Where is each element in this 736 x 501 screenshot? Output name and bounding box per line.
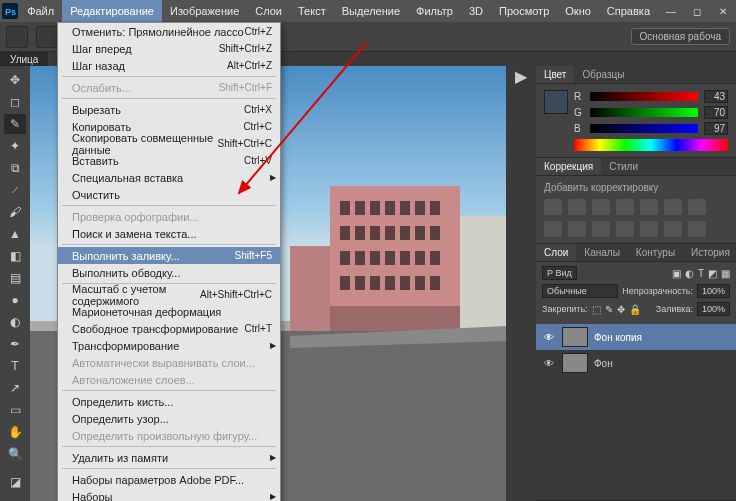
eraser-tool[interactable]: ◧ <box>4 246 26 266</box>
filter-icon[interactable]: ◐ <box>685 268 694 279</box>
eyedropper-tool[interactable]: ⟋ <box>4 180 26 200</box>
menu-просмотр[interactable]: Просмотр <box>491 0 557 22</box>
fg-color-swatch[interactable] <box>544 90 568 114</box>
menu-item[interactable]: Трансформирование▶ <box>58 337 280 354</box>
lock-icon[interactable]: ⬚ <box>592 304 601 315</box>
fill-value[interactable]: 100% <box>697 302 730 316</box>
maximize-button[interactable]: ◻ <box>684 0 710 22</box>
menu-3d[interactable]: 3D <box>461 0 491 22</box>
adjustment-icon[interactable] <box>544 199 562 215</box>
adjustment-icon[interactable] <box>616 199 634 215</box>
menu-справка[interactable]: Справка <box>599 0 658 22</box>
minimize-button[interactable]: — <box>658 0 684 22</box>
hand-tool[interactable]: ✋ <box>4 422 26 442</box>
menu-item[interactable]: Масштаб с учетом содержимогоAlt+Shift+Ct… <box>58 286 280 303</box>
tab-История[interactable]: История <box>683 244 736 261</box>
green-value[interactable]: 70 <box>704 106 728 119</box>
red-slider[interactable] <box>590 92 698 101</box>
crop-tool[interactable]: ⧉ <box>4 158 26 178</box>
move-tool[interactable]: ✥ <box>4 70 26 90</box>
spectrum-bar[interactable] <box>574 139 728 151</box>
menu-слои[interactable]: Слои <box>247 0 290 22</box>
adjustment-icon[interactable] <box>640 221 658 237</box>
menu-item[interactable]: Специальная вставка▶ <box>58 169 280 186</box>
fg-bg-swatch[interactable]: ◪ <box>4 472 26 492</box>
menu-редактирование[interactable]: Редактирование <box>62 0 162 22</box>
marquee-tool[interactable]: ◻ <box>4 92 26 112</box>
lock-icon[interactable]: ✥ <box>617 304 625 315</box>
green-slider[interactable] <box>590 108 698 117</box>
brush-tool[interactable]: 🖌 <box>4 202 26 222</box>
blur-tool[interactable]: ● <box>4 290 26 310</box>
menu-item[interactable]: Очистить <box>58 186 280 203</box>
menu-item[interactable]: Отменить: Прямолинейное лассоCtrl+Z <box>58 23 280 40</box>
filter-icon[interactable]: ▦ <box>721 268 730 279</box>
blue-slider[interactable] <box>590 124 698 133</box>
adjustment-icon[interactable] <box>592 199 610 215</box>
layer-row[interactable]: 👁Фон копия <box>536 324 736 350</box>
adjustment-icon[interactable] <box>664 221 682 237</box>
tab-Каналы[interactable]: Каналы <box>576 244 628 261</box>
shape-tool[interactable]: ▭ <box>4 400 26 420</box>
adjustment-icon[interactable] <box>568 221 586 237</box>
tab-Слои[interactable]: Слои <box>536 244 576 261</box>
blue-value[interactable]: 97 <box>704 122 728 135</box>
filter-icon[interactable]: ▣ <box>672 268 681 279</box>
workspace-switcher[interactable]: Основная рабоча <box>631 28 730 45</box>
menu-item[interactable]: Выполнить заливку...Shift+F5 <box>58 247 280 264</box>
gradient-tool[interactable]: ▤ <box>4 268 26 288</box>
menu-item[interactable]: Марионеточная деформация <box>58 303 280 320</box>
tab-adjustments[interactable]: Коррекция <box>536 158 601 175</box>
menu-файл[interactable]: Файл <box>19 0 62 22</box>
adjustment-icon[interactable] <box>688 221 706 237</box>
opacity-value[interactable]: 100% <box>697 284 730 298</box>
menu-item[interactable]: Поиск и замена текста... <box>58 225 280 242</box>
adjustment-icon[interactable] <box>544 221 562 237</box>
menu-item[interactable]: Скопировать совмещенные данныеShift+Ctrl… <box>58 135 280 152</box>
wand-tool[interactable]: ✦ <box>4 136 26 156</box>
adjustment-icon[interactable] <box>568 199 586 215</box>
menu-item[interactable]: ВставитьCtrl+V <box>58 152 280 169</box>
zoom-tool[interactable]: 🔍 <box>4 444 26 464</box>
lock-icon[interactable]: 🔒 <box>629 304 641 315</box>
tab-styles[interactable]: Стили <box>601 158 646 175</box>
lasso-tool[interactable]: ✎ <box>4 114 26 134</box>
menu-item[interactable]: ВырезатьCtrl+X <box>58 101 280 118</box>
close-button[interactable]: ✕ <box>710 0 736 22</box>
stamp-tool[interactable]: ▲ <box>4 224 26 244</box>
document-tab[interactable]: Улица <box>0 52 48 66</box>
menu-item[interactable]: Определить узор... <box>58 410 280 427</box>
menu-item[interactable]: Удалить из памяти▶ <box>58 449 280 466</box>
tab-color[interactable]: Цвет <box>536 66 574 83</box>
adjustment-icon[interactable] <box>664 199 682 215</box>
tab-Контуры[interactable]: Контуры <box>628 244 683 261</box>
menu-текст[interactable]: Текст <box>290 0 334 22</box>
menu-item[interactable]: Определить кисть... <box>58 393 280 410</box>
menu-изображение[interactable]: Изображение <box>162 0 247 22</box>
tool-preset-icon[interactable] <box>6 26 28 48</box>
menu-item[interactable]: Выполнить обводку... <box>58 264 280 281</box>
menu-выделение[interactable]: Выделение <box>334 0 408 22</box>
menu-фильтр[interactable]: Фильтр <box>408 0 461 22</box>
filter-icon[interactable]: T <box>698 268 704 279</box>
menu-item[interactable]: Наборы▶ <box>58 488 280 501</box>
pen-tool[interactable]: ✒ <box>4 334 26 354</box>
layer-row[interactable]: 👁Фон <box>536 350 736 376</box>
tab-swatches[interactable]: Образцы <box>574 66 632 83</box>
adjustment-icon[interactable] <box>688 199 706 215</box>
menu-item[interactable]: Шаг впередShift+Ctrl+Z <box>58 40 280 57</box>
blend-mode[interactable]: Обычные <box>542 284 618 298</box>
lock-icon[interactable]: ✎ <box>605 304 613 315</box>
adjustment-icon[interactable] <box>616 221 634 237</box>
red-value[interactable]: 43 <box>704 90 728 103</box>
option-icon[interactable] <box>36 26 58 48</box>
type-tool[interactable]: T <box>4 356 26 376</box>
menu-item[interactable]: Свободное трансформированиеCtrl+T <box>58 320 280 337</box>
filter-icon[interactable]: ◩ <box>708 268 717 279</box>
dodge-tool[interactable]: ◐ <box>4 312 26 332</box>
visibility-icon[interactable]: 👁 <box>542 330 556 344</box>
adjustment-icon[interactable] <box>592 221 610 237</box>
layer-filter[interactable]: Р Вид <box>542 266 577 280</box>
adjustment-icon[interactable] <box>640 199 658 215</box>
path-tool[interactable]: ↗ <box>4 378 26 398</box>
